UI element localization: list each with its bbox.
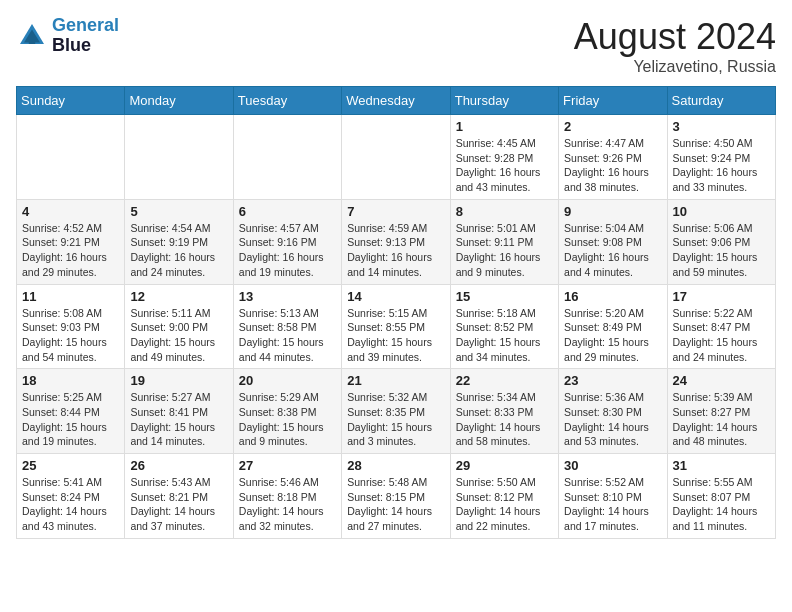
title-block: August 2024 Yelizavetino, Russia <box>574 16 776 76</box>
day-number: 10 <box>673 204 770 219</box>
calendar-week-5: 25Sunrise: 5:41 AM Sunset: 8:24 PM Dayli… <box>17 454 776 539</box>
day-info: Sunrise: 4:45 AM Sunset: 9:28 PM Dayligh… <box>456 136 553 195</box>
calendar-cell: 20Sunrise: 5:29 AM Sunset: 8:38 PM Dayli… <box>233 369 341 454</box>
day-number: 2 <box>564 119 661 134</box>
day-info: Sunrise: 4:50 AM Sunset: 9:24 PM Dayligh… <box>673 136 770 195</box>
calendar-cell: 9Sunrise: 5:04 AM Sunset: 9:08 PM Daylig… <box>559 199 667 284</box>
weekday-header-thursday: Thursday <box>450 87 558 115</box>
day-info: Sunrise: 5:18 AM Sunset: 8:52 PM Dayligh… <box>456 306 553 365</box>
day-number: 14 <box>347 289 444 304</box>
day-number: 27 <box>239 458 336 473</box>
day-info: Sunrise: 5:15 AM Sunset: 8:55 PM Dayligh… <box>347 306 444 365</box>
day-info: Sunrise: 5:06 AM Sunset: 9:06 PM Dayligh… <box>673 221 770 280</box>
day-info: Sunrise: 5:13 AM Sunset: 8:58 PM Dayligh… <box>239 306 336 365</box>
calendar-cell: 3Sunrise: 4:50 AM Sunset: 9:24 PM Daylig… <box>667 115 775 200</box>
calendar-cell: 16Sunrise: 5:20 AM Sunset: 8:49 PM Dayli… <box>559 284 667 369</box>
day-number: 28 <box>347 458 444 473</box>
calendar-cell <box>233 115 341 200</box>
day-info: Sunrise: 5:20 AM Sunset: 8:49 PM Dayligh… <box>564 306 661 365</box>
calendar-cell: 27Sunrise: 5:46 AM Sunset: 8:18 PM Dayli… <box>233 454 341 539</box>
day-number: 17 <box>673 289 770 304</box>
day-number: 7 <box>347 204 444 219</box>
month-year: August 2024 <box>574 16 776 58</box>
day-info: Sunrise: 5:46 AM Sunset: 8:18 PM Dayligh… <box>239 475 336 534</box>
calendar-cell: 8Sunrise: 5:01 AM Sunset: 9:11 PM Daylig… <box>450 199 558 284</box>
day-info: Sunrise: 5:48 AM Sunset: 8:15 PM Dayligh… <box>347 475 444 534</box>
calendar-cell: 18Sunrise: 5:25 AM Sunset: 8:44 PM Dayli… <box>17 369 125 454</box>
day-number: 9 <box>564 204 661 219</box>
day-info: Sunrise: 5:29 AM Sunset: 8:38 PM Dayligh… <box>239 390 336 449</box>
calendar-week-1: 1Sunrise: 4:45 AM Sunset: 9:28 PM Daylig… <box>17 115 776 200</box>
svg-rect-2 <box>29 39 35 44</box>
weekday-header-friday: Friday <box>559 87 667 115</box>
day-number: 1 <box>456 119 553 134</box>
day-info: Sunrise: 5:01 AM Sunset: 9:11 PM Dayligh… <box>456 221 553 280</box>
calendar-cell: 26Sunrise: 5:43 AM Sunset: 8:21 PM Dayli… <box>125 454 233 539</box>
calendar-cell: 11Sunrise: 5:08 AM Sunset: 9:03 PM Dayli… <box>17 284 125 369</box>
calendar-cell: 28Sunrise: 5:48 AM Sunset: 8:15 PM Dayli… <box>342 454 450 539</box>
calendar-cell <box>125 115 233 200</box>
calendar-cell: 12Sunrise: 5:11 AM Sunset: 9:00 PM Dayli… <box>125 284 233 369</box>
day-info: Sunrise: 4:57 AM Sunset: 9:16 PM Dayligh… <box>239 221 336 280</box>
calendar-cell: 22Sunrise: 5:34 AM Sunset: 8:33 PM Dayli… <box>450 369 558 454</box>
day-info: Sunrise: 5:55 AM Sunset: 8:07 PM Dayligh… <box>673 475 770 534</box>
day-number: 5 <box>130 204 227 219</box>
calendar-cell: 6Sunrise: 4:57 AM Sunset: 9:16 PM Daylig… <box>233 199 341 284</box>
day-number: 24 <box>673 373 770 388</box>
weekday-header-tuesday: Tuesday <box>233 87 341 115</box>
day-info: Sunrise: 5:50 AM Sunset: 8:12 PM Dayligh… <box>456 475 553 534</box>
calendar-cell: 10Sunrise: 5:06 AM Sunset: 9:06 PM Dayli… <box>667 199 775 284</box>
calendar-header: SundayMondayTuesdayWednesdayThursdayFrid… <box>17 87 776 115</box>
logo-text: General Blue <box>52 16 119 56</box>
day-info: Sunrise: 5:41 AM Sunset: 8:24 PM Dayligh… <box>22 475 119 534</box>
calendar-week-2: 4Sunrise: 4:52 AM Sunset: 9:21 PM Daylig… <box>17 199 776 284</box>
day-info: Sunrise: 4:47 AM Sunset: 9:26 PM Dayligh… <box>564 136 661 195</box>
weekday-header-sunday: Sunday <box>17 87 125 115</box>
calendar-cell: 29Sunrise: 5:50 AM Sunset: 8:12 PM Dayli… <box>450 454 558 539</box>
day-info: Sunrise: 5:32 AM Sunset: 8:35 PM Dayligh… <box>347 390 444 449</box>
day-number: 18 <box>22 373 119 388</box>
day-number: 16 <box>564 289 661 304</box>
calendar-cell: 24Sunrise: 5:39 AM Sunset: 8:27 PM Dayli… <box>667 369 775 454</box>
day-number: 26 <box>130 458 227 473</box>
day-number: 21 <box>347 373 444 388</box>
day-number: 4 <box>22 204 119 219</box>
location: Yelizavetino, Russia <box>574 58 776 76</box>
calendar-cell: 7Sunrise: 4:59 AM Sunset: 9:13 PM Daylig… <box>342 199 450 284</box>
day-number: 31 <box>673 458 770 473</box>
calendar-cell: 1Sunrise: 4:45 AM Sunset: 9:28 PM Daylig… <box>450 115 558 200</box>
day-info: Sunrise: 5:08 AM Sunset: 9:03 PM Dayligh… <box>22 306 119 365</box>
day-number: 30 <box>564 458 661 473</box>
day-number: 6 <box>239 204 336 219</box>
day-info: Sunrise: 4:52 AM Sunset: 9:21 PM Dayligh… <box>22 221 119 280</box>
page-header: General Blue August 2024 Yelizavetino, R… <box>16 16 776 76</box>
calendar-cell: 30Sunrise: 5:52 AM Sunset: 8:10 PM Dayli… <box>559 454 667 539</box>
calendar-cell <box>342 115 450 200</box>
calendar-cell: 15Sunrise: 5:18 AM Sunset: 8:52 PM Dayli… <box>450 284 558 369</box>
calendar-cell: 5Sunrise: 4:54 AM Sunset: 9:19 PM Daylig… <box>125 199 233 284</box>
calendar-body: 1Sunrise: 4:45 AM Sunset: 9:28 PM Daylig… <box>17 115 776 539</box>
calendar-table: SundayMondayTuesdayWednesdayThursdayFrid… <box>16 86 776 539</box>
day-info: Sunrise: 5:39 AM Sunset: 8:27 PM Dayligh… <box>673 390 770 449</box>
weekday-header-saturday: Saturday <box>667 87 775 115</box>
day-info: Sunrise: 5:04 AM Sunset: 9:08 PM Dayligh… <box>564 221 661 280</box>
weekday-header-monday: Monday <box>125 87 233 115</box>
day-info: Sunrise: 5:25 AM Sunset: 8:44 PM Dayligh… <box>22 390 119 449</box>
day-number: 8 <box>456 204 553 219</box>
calendar-cell: 21Sunrise: 5:32 AM Sunset: 8:35 PM Dayli… <box>342 369 450 454</box>
day-number: 23 <box>564 373 661 388</box>
logo-icon <box>16 20 48 52</box>
calendar-cell: 19Sunrise: 5:27 AM Sunset: 8:41 PM Dayli… <box>125 369 233 454</box>
logo: General Blue <box>16 16 119 56</box>
day-info: Sunrise: 5:36 AM Sunset: 8:30 PM Dayligh… <box>564 390 661 449</box>
day-number: 22 <box>456 373 553 388</box>
day-number: 15 <box>456 289 553 304</box>
day-info: Sunrise: 5:11 AM Sunset: 9:00 PM Dayligh… <box>130 306 227 365</box>
day-info: Sunrise: 5:22 AM Sunset: 8:47 PM Dayligh… <box>673 306 770 365</box>
calendar-cell <box>17 115 125 200</box>
calendar-week-3: 11Sunrise: 5:08 AM Sunset: 9:03 PM Dayli… <box>17 284 776 369</box>
day-info: Sunrise: 4:54 AM Sunset: 9:19 PM Dayligh… <box>130 221 227 280</box>
day-info: Sunrise: 4:59 AM Sunset: 9:13 PM Dayligh… <box>347 221 444 280</box>
calendar-cell: 25Sunrise: 5:41 AM Sunset: 8:24 PM Dayli… <box>17 454 125 539</box>
calendar-cell: 4Sunrise: 4:52 AM Sunset: 9:21 PM Daylig… <box>17 199 125 284</box>
